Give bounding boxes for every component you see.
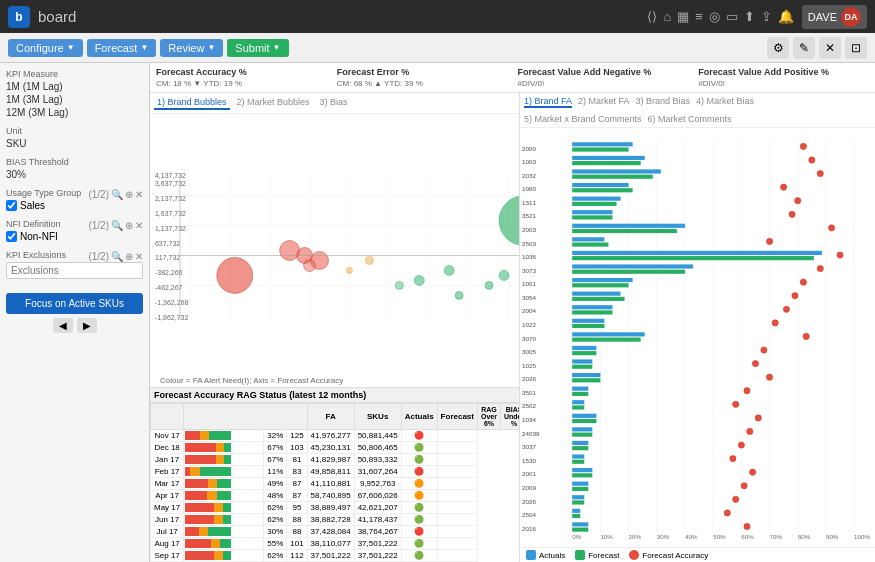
chat-icon[interactable]: ◎: [709, 9, 720, 24]
right-tab-5[interactable]: 6) Market Comments: [648, 114, 732, 124]
svg-text:1,637,732: 1,637,732: [155, 210, 186, 217]
svg-point-35: [499, 270, 509, 280]
scatter-tabs: 1) Brand Bubbles 2) Market Bubbles 3) Bi…: [150, 93, 519, 114]
right-tab-0[interactable]: 1) Brand FA: [524, 96, 572, 108]
nfi-icon3[interactable]: ✕: [135, 220, 143, 231]
rag-actuals-2: 41,829,987: [307, 454, 354, 466]
svg-text:2,137,732: 2,137,732: [155, 195, 186, 202]
rag-rag-7: 🟢: [401, 514, 437, 526]
usage-icon2[interactable]: ⊕: [125, 189, 133, 200]
settings-icon[interactable]: ⚙: [767, 37, 789, 59]
focus-active-skus-button[interactable]: Focus on Active SKUs: [6, 293, 143, 314]
rag-month-9: Aug 17: [151, 538, 184, 550]
kpi-measure-section: KPI Measure 1M (1M Lag) 1M (3M Lag) 12M …: [6, 69, 143, 118]
svg-point-81: [795, 198, 801, 204]
nfi-icon2[interactable]: ⊕: [125, 220, 133, 231]
bias-value: 30%: [6, 169, 143, 180]
review-button[interactable]: Review ▼: [160, 39, 223, 57]
svg-rect-111: [572, 305, 612, 309]
right-tab-1[interactable]: 2) Market FA: [578, 96, 630, 108]
svg-text:1025: 1025: [522, 362, 536, 369]
upload-icon[interactable]: ⬆: [744, 9, 755, 24]
review-arrow: ▼: [207, 43, 215, 52]
exclusions-input[interactable]: [6, 262, 143, 279]
rag-actuals-4: 41,110,881: [307, 478, 354, 490]
app-title: board: [38, 8, 76, 25]
rag-rag-6: 🟢: [401, 502, 437, 514]
edit-icon[interactable]: ✎: [793, 37, 815, 59]
svg-text:1530: 1530: [522, 457, 536, 464]
svg-point-117: [772, 320, 778, 326]
rag-forecast-10: 37,501,222: [354, 550, 401, 562]
svg-point-161: [749, 469, 755, 475]
configure-button[interactable]: Configure ▼: [8, 39, 83, 57]
right-tab-2[interactable]: 3) Brand Bias: [636, 96, 691, 108]
rag-bias-6: [437, 502, 477, 514]
submit-button[interactable]: Submit ▼: [227, 39, 288, 57]
rag-skus-0: 125: [287, 430, 307, 442]
home-icon[interactable]: ⌂: [663, 9, 671, 24]
chart-legend: Actuals Forecast Forecast Accuracy: [520, 547, 875, 562]
svg-text:2504: 2504: [522, 511, 536, 518]
next-page-button[interactable]: ▶: [77, 318, 97, 333]
user-button[interactable]: DAVE DA: [802, 5, 867, 29]
svg-point-73: [817, 170, 823, 176]
svg-rect-175: [572, 522, 588, 526]
rag-month-5: Apr 17: [151, 490, 184, 502]
exc-icon1[interactable]: 🔍: [111, 251, 123, 262]
expand-icon[interactable]: ⊡: [845, 37, 867, 59]
svg-point-32: [444, 265, 454, 275]
scatter-tab-1[interactable]: 2) Market Bubbles: [234, 96, 313, 110]
usage-icon1[interactable]: 🔍: [111, 189, 123, 200]
rag-bar-10: [184, 550, 264, 562]
rag-rag-0: 🔴: [401, 430, 437, 442]
stack-icon[interactable]: ≡: [695, 9, 703, 24]
svg-point-165: [741, 483, 747, 489]
svg-rect-147: [572, 427, 592, 431]
svg-text:-382,266: -382,266: [155, 269, 183, 276]
nfi-icon1[interactable]: 🔍: [111, 220, 123, 231]
nfi-checkbox[interactable]: [6, 231, 17, 242]
kpi-card-0: Forecast Accuracy % CM: 18 % ▼ YTD: 19 %: [156, 67, 327, 88]
exc-icon2[interactable]: ⊕: [125, 251, 133, 262]
prev-page-button[interactable]: ◀: [53, 318, 73, 333]
right-tab-4[interactable]: 5) Market x Brand Comments: [524, 114, 642, 124]
svg-text:2026: 2026: [522, 375, 536, 382]
scatter-tab-2[interactable]: 3) Bias: [317, 96, 351, 110]
svg-text:100%: 100%: [854, 533, 870, 540]
forecast-button[interactable]: Forecast ▼: [87, 39, 157, 57]
close-icon[interactable]: ✕: [819, 37, 841, 59]
rag-bar-5: [184, 490, 264, 502]
kpi-1-title: Forecast Error %: [337, 67, 508, 77]
svg-point-37: [395, 281, 403, 289]
share-icon[interactable]: ⇪: [761, 9, 772, 24]
inclusion-checkbox[interactable]: [6, 200, 17, 211]
screen-icon[interactable]: ▭: [726, 9, 738, 24]
inclusion-value: Sales: [20, 200, 45, 211]
main-area: KPI Measure 1M (1M Lag) 1M (3M Lag) 12M …: [0, 63, 875, 562]
svg-point-97: [837, 252, 843, 258]
exc-icon3[interactable]: ✕: [135, 251, 143, 262]
kpi-2-subtitle: #DIV/0!: [518, 79, 689, 88]
rag-forecast-3: 31,607,264: [354, 466, 401, 478]
right-tab-3[interactable]: 4) Market Bias: [696, 96, 754, 108]
rag-bar-2: [184, 454, 264, 466]
usage-icon3[interactable]: ✕: [135, 189, 143, 200]
rag-bias-8: [437, 526, 477, 538]
scatter-tab-0[interactable]: 1) Brand Bubbles: [154, 96, 230, 110]
rag-forecast-8: 38,764,267: [354, 526, 401, 538]
kpi-3-title: Forecast Value Add Positive %: [698, 67, 869, 77]
svg-text:24039: 24039: [522, 430, 540, 437]
svg-text:1311: 1311: [522, 199, 536, 206]
right-chart-tabs: 1) Brand FA 2) Market FA 3) Brand Bias 4…: [520, 93, 875, 128]
legend-forecast: Forecast: [575, 550, 619, 560]
bell-icon[interactable]: 🔔: [778, 9, 794, 24]
svg-point-173: [724, 510, 730, 516]
toolbar-right-icons: ⚙ ✎ ✕ ⊡: [767, 37, 867, 59]
kpi-card-2: Forecast Value Add Negative % #DIV/0!: [518, 67, 689, 88]
code-icon[interactable]: ⟨⟩: [647, 9, 657, 24]
rag-table: Forecast Accuracy RAG Status (latest 12 …: [150, 387, 519, 562]
svg-rect-112: [572, 310, 612, 314]
grid-icon[interactable]: ▦: [677, 9, 689, 24]
rag-rag-4: 🟠: [401, 478, 437, 490]
